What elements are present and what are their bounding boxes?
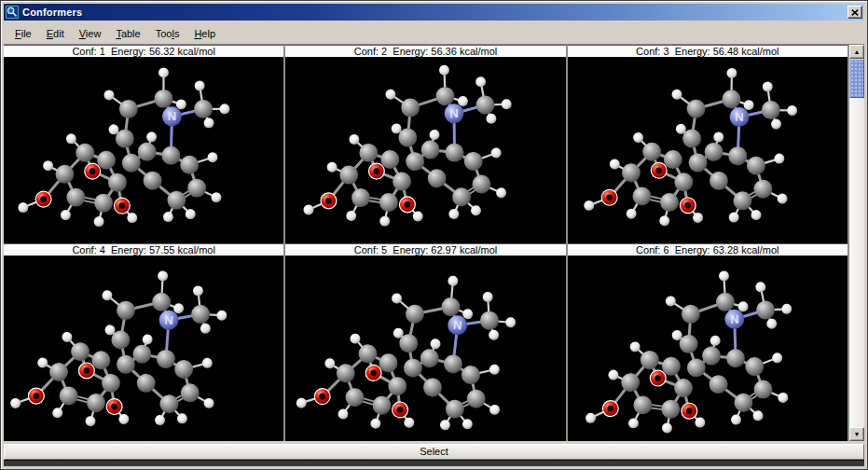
svg-text:N: N (164, 312, 173, 327)
scroll-down-button[interactable]: ▼ (849, 427, 864, 441)
conformer-panel-3: Conf: 3 Energy: 56.48 kcal/mol N (568, 45, 847, 243)
molecule-svg: N (568, 57, 847, 243)
close-button[interactable] (847, 6, 862, 19)
scroll-track[interactable] (849, 98, 864, 427)
molecule-svg: N (285, 256, 565, 442)
conformer-panel-1: Conf: 1 Energy: 56.32 kcal/mol N (4, 45, 283, 243)
conformer-label: Conf: 6 Energy: 63.28 kcal/mol (568, 243, 847, 256)
conformers-window: Conformers FileEditViewTableToolsHelp Co… (0, 0, 868, 470)
menu-item-tools[interactable]: Tools (148, 23, 187, 44)
conformer-viewport[interactable]: N (568, 256, 847, 442)
conformer-viewport[interactable]: N (285, 57, 565, 243)
menu-bar: FileEditViewTableToolsHelp (4, 22, 864, 45)
svg-text:N: N (453, 317, 463, 332)
window-title: Conformers (22, 5, 847, 20)
svg-text:N: N (168, 109, 176, 123)
molecule-svg: N (4, 57, 283, 243)
svg-text:N: N (449, 106, 459, 120)
up-arrow-icon: ▲ (854, 48, 861, 55)
conformer-panel-5: Conf: 5 Energy: 62.97 kcal/mol N (285, 243, 565, 442)
conformer-panel-6: Conf: 6 Energy: 63.28 kcal/mol N (568, 243, 847, 442)
content-area: Conf: 1 Energy: 56.32 kcal/mol N Conf: 2… (4, 45, 864, 441)
conformer-label: Conf: 3 Energy: 56.48 kcal/mol (568, 45, 847, 57)
conformer-label: Conf: 2 Energy: 56.36 kcal/mol (285, 45, 565, 57)
conformer-label: Conf: 4 Energy: 57.55 kcal/mol (4, 243, 283, 256)
menu-item-table[interactable]: Table (108, 23, 147, 44)
conformer-label: Conf: 5 Energy: 62.97 kcal/mol (285, 243, 565, 256)
menu-item-file[interactable]: File (7, 23, 39, 44)
menu-item-help[interactable]: Help (186, 23, 223, 44)
molecule-svg: N (285, 57, 565, 243)
conformer-panel-2: Conf: 2 Energy: 56.36 kcal/mol N (285, 45, 565, 243)
conformer-viewport[interactable]: N (285, 256, 565, 442)
conformer-label: Conf: 1 Energy: 56.32 kcal/mol (4, 45, 283, 57)
select-bar[interactable]: Select (4, 444, 864, 460)
svg-text:N: N (729, 311, 738, 326)
bottom-frame (4, 460, 864, 466)
svg-text:N: N (735, 110, 744, 124)
conformer-viewport[interactable]: N (568, 57, 847, 243)
down-arrow-icon: ▼ (854, 431, 861, 437)
molecule-svg: N (568, 256, 847, 442)
menu-item-view[interactable]: View (72, 23, 109, 44)
scroll-thumb[interactable] (849, 59, 864, 98)
conformer-viewport[interactable]: N (4, 57, 283, 243)
conformer-panel-4: Conf: 4 Energy: 57.55 kcal/mol N (4, 243, 283, 442)
vertical-scrollbar[interactable]: ▲ ▼ (847, 45, 864, 441)
conformer-viewport[interactable]: N (4, 256, 283, 442)
conformer-grid: Conf: 1 Energy: 56.32 kcal/mol N Conf: 2… (4, 45, 847, 441)
title-bar[interactable]: Conformers (4, 4, 864, 21)
scroll-up-button[interactable]: ▲ (849, 45, 864, 59)
magnifier-icon (6, 6, 19, 19)
close-icon (851, 9, 859, 16)
molecule-svg: N (4, 256, 283, 442)
menu-item-edit[interactable]: Edit (39, 23, 72, 44)
